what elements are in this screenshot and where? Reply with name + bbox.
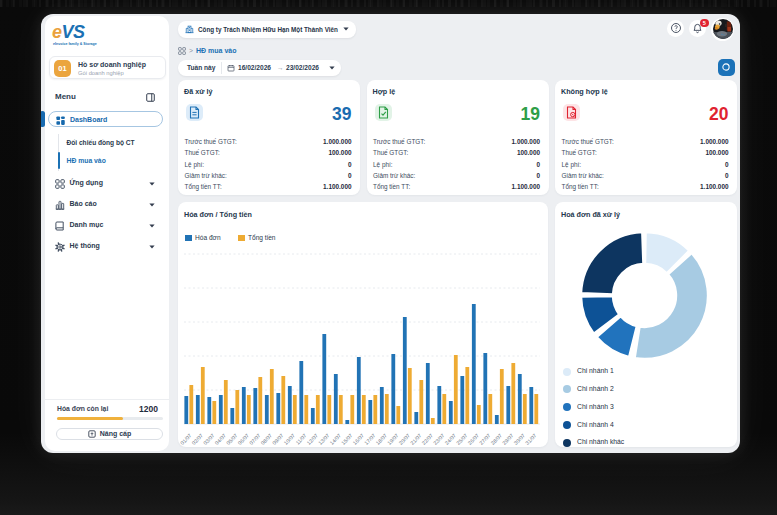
svg-text:24/07: 24/07 xyxy=(444,432,458,446)
svg-text:18/07: 18/07 xyxy=(375,432,389,446)
svg-text:19/07: 19/07 xyxy=(386,432,400,446)
svg-text:31/07: 31/07 xyxy=(524,432,538,446)
svg-text:27/07: 27/07 xyxy=(478,432,492,446)
svg-text:23/07: 23/07 xyxy=(432,432,446,446)
svg-text:06/07: 06/07 xyxy=(237,432,251,446)
svg-text:07/07: 07/07 xyxy=(248,432,262,446)
svg-text:12/07: 12/07 xyxy=(306,432,320,446)
svg-text:28/07: 28/07 xyxy=(490,432,504,446)
svg-text:05/07: 05/07 xyxy=(225,432,239,446)
svg-text:02/07: 02/07 xyxy=(191,432,205,446)
svg-text:15/07: 15/07 xyxy=(340,432,354,446)
svg-text:17/07: 17/07 xyxy=(363,432,377,446)
svg-text:26/07: 26/07 xyxy=(467,432,481,446)
svg-text:03/07: 03/07 xyxy=(202,432,216,446)
svg-text:01/07: 01/07 xyxy=(179,432,193,446)
svg-text:04/07: 04/07 xyxy=(214,432,228,446)
svg-text:25/07: 25/07 xyxy=(455,432,469,446)
svg-text:08/07: 08/07 xyxy=(260,432,274,446)
svg-text:30/07: 30/07 xyxy=(513,432,527,446)
svg-text:29/07: 29/07 xyxy=(501,432,515,446)
svg-text:13/07: 13/07 xyxy=(317,432,331,446)
svg-text:11/07: 11/07 xyxy=(294,432,307,445)
svg-text:16/07: 16/07 xyxy=(352,432,366,446)
svg-text:21/07: 21/07 xyxy=(409,432,423,446)
svg-text:20/07: 20/07 xyxy=(398,432,412,446)
svg-text:22/07: 22/07 xyxy=(421,432,435,446)
svg-text:14/07: 14/07 xyxy=(329,432,343,446)
svg-text:09/07: 09/07 xyxy=(271,432,285,446)
svg-text:10/07: 10/07 xyxy=(283,432,297,446)
